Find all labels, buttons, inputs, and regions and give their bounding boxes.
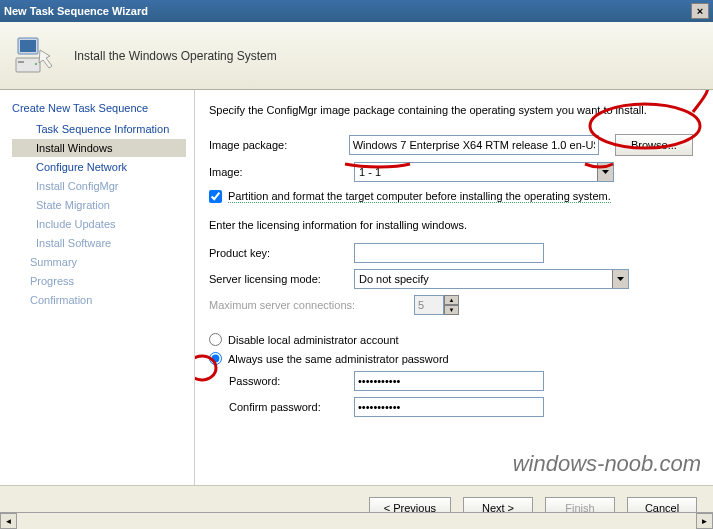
confirm-password-label: Confirm password: — [229, 401, 354, 413]
disable-admin-radio[interactable] — [209, 333, 222, 346]
same-password-label[interactable]: Always use the same administrator passwo… — [228, 353, 449, 365]
main-panel: Specify the ConfigMgr image package cont… — [195, 90, 713, 485]
sidebar-item-progress[interactable]: Progress — [12, 272, 186, 290]
spin-up-icon: ▲ — [444, 295, 459, 305]
sidebar-root[interactable]: Create New Task Sequence — [12, 102, 186, 114]
close-icon: × — [697, 5, 703, 17]
svg-rect-3 — [18, 61, 24, 63]
chevron-down-icon — [612, 270, 628, 288]
sidebar-item-install-software[interactable]: Install Software — [12, 234, 186, 252]
image-select-value: 1 - 1 — [359, 166, 597, 178]
wizard-subtitle: Install the Windows Operating System — [74, 49, 277, 63]
row-confirm-password: Confirm password: — [209, 397, 693, 417]
image-package-field[interactable] — [349, 135, 600, 155]
row-radio-same-pw: Always use the same administrator passwo… — [209, 352, 693, 365]
sidebar-item-configure-network[interactable]: Configure Network — [12, 158, 186, 176]
titlebar: New Task Sequence Wizard × — [0, 0, 713, 22]
wizard-header: Install the Windows Operating System — [0, 22, 713, 90]
svg-rect-2 — [16, 58, 40, 72]
image-label: Image: — [209, 166, 354, 178]
password-field[interactable] — [354, 371, 544, 391]
row-image-package: Image package: Browse... — [209, 134, 693, 156]
close-button[interactable]: × — [691, 3, 709, 19]
sidebar-item-state-migration[interactable]: State Migration — [12, 196, 186, 214]
partition-checkbox-label[interactable]: Partition and format the target computer… — [228, 190, 611, 203]
horizontal-scrollbar[interactable]: ◄ ► — [0, 512, 713, 529]
server-mode-label: Server licensing mode: — [209, 273, 354, 285]
server-mode-value: Do not specify — [359, 273, 612, 285]
partition-checkbox[interactable] — [209, 190, 222, 203]
max-conn-field — [414, 295, 444, 315]
row-radio-disable: Disable local administrator account — [209, 333, 693, 346]
product-key-label: Product key: — [209, 247, 354, 259]
wizard-icon — [10, 32, 58, 80]
row-password: Password: — [209, 371, 693, 391]
sidebar-item-task-sequence-info[interactable]: Task Sequence Information — [12, 120, 186, 138]
sidebar-item-summary[interactable]: Summary — [12, 253, 186, 271]
row-product-key: Product key: — [209, 243, 693, 263]
scroll-left-icon[interactable]: ◄ — [0, 513, 17, 529]
image-package-label: Image package: — [209, 139, 349, 151]
wizard-body: Create New Task Sequence Task Sequence I… — [0, 90, 713, 485]
image-select[interactable]: 1 - 1 — [354, 162, 614, 182]
sidebar-item-install-windows[interactable]: Install Windows — [12, 139, 186, 157]
confirm-password-field[interactable] — [354, 397, 544, 417]
max-conn-label: Maximum server connections: — [209, 299, 414, 311]
browse-button[interactable]: Browse... — [615, 134, 693, 156]
product-key-field[interactable] — [354, 243, 544, 263]
row-max-conn: Maximum server connections: ▲ ▼ — [209, 295, 693, 315]
window-title: New Task Sequence Wizard — [4, 5, 691, 17]
same-password-radio[interactable] — [209, 352, 222, 365]
row-server-mode: Server licensing mode: Do not specify — [209, 269, 693, 289]
sidebar-item-include-updates[interactable]: Include Updates — [12, 215, 186, 233]
scroll-track[interactable] — [17, 513, 696, 529]
sidebar-item-install-configmgr[interactable]: Install ConfigMgr — [12, 177, 186, 195]
wizard-window: New Task Sequence Wizard × Install the W… — [0, 0, 713, 529]
svg-point-4 — [35, 63, 37, 65]
spin-down-icon: ▼ — [444, 305, 459, 315]
max-conn-spinner: ▲ ▼ — [414, 295, 459, 315]
row-partition-checkbox: Partition and format the target computer… — [209, 190, 693, 203]
disable-admin-label[interactable]: Disable local administrator account — [228, 334, 399, 346]
svg-rect-1 — [20, 40, 36, 52]
server-mode-select[interactable]: Do not specify — [354, 269, 629, 289]
instruction-license: Enter the licensing information for inst… — [209, 219, 693, 231]
sidebar-item-confirmation[interactable]: Confirmation — [12, 291, 186, 309]
password-label: Password: — [229, 375, 354, 387]
instruction-top: Specify the ConfigMgr image package cont… — [209, 104, 693, 116]
chevron-down-icon — [597, 163, 613, 181]
scroll-right-icon[interactable]: ► — [696, 513, 713, 529]
sidebar: Create New Task Sequence Task Sequence I… — [0, 90, 195, 485]
row-image: Image: 1 - 1 — [209, 162, 693, 182]
